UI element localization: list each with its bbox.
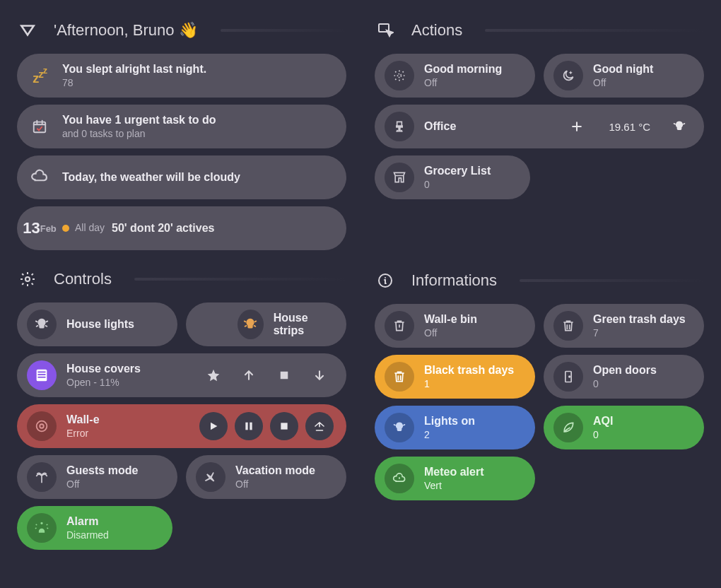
office-plus-button[interactable] (565, 114, 589, 139)
walle-card[interactable]: Wall-e Error (17, 404, 346, 448)
walle-bin-card[interactable]: Wall-e bin Off (375, 304, 535, 348)
good-morning-state: Off (424, 77, 502, 90)
office-card[interactable]: Office 19.61 °C (375, 105, 704, 148)
walle-stop-button[interactable] (270, 412, 298, 440)
grocery-list-card[interactable]: Grocery List 0 (375, 155, 530, 199)
store-icon (385, 163, 414, 192)
cover-stop-button[interactable] (270, 361, 298, 389)
walle-state: Error (66, 428, 100, 440)
event-dot-icon (62, 225, 69, 232)
gear-icon (17, 269, 38, 290)
sleep-card[interactable]: zzz You slept alright last night. 78 (17, 54, 346, 98)
walle-bin-label: Wall-e bin (424, 312, 477, 327)
meteo-label: Meteo alert (424, 465, 483, 479)
leaf-icon (553, 413, 583, 442)
cover-star-button[interactable] (199, 361, 228, 389)
house-lights-button[interactable]: House lights (17, 302, 177, 346)
green-trash-label: Green trash days (593, 312, 686, 327)
informations-header: Informations (375, 270, 704, 291)
event-title: 50' dont 20' actives (112, 221, 214, 235)
grocery-value: 0 (424, 179, 491, 192)
svg-rect-5 (38, 377, 46, 378)
palm-tree-icon (27, 462, 57, 492)
moon-icon (553, 61, 583, 90)
task-icon (27, 112, 52, 141)
informations-title: Informations (411, 271, 497, 290)
open-doors-card[interactable]: Open doors 0 (544, 355, 704, 399)
walle-pause-button[interactable] (235, 412, 263, 440)
cover-down-button[interactable] (305, 361, 334, 389)
lights-on-value: 2 (424, 429, 475, 442)
svg-point-8 (40, 424, 44, 428)
house-lights-label: House lights (66, 318, 134, 331)
weather-icon (27, 163, 52, 192)
desk-chair-icon (385, 112, 414, 141)
bulb-icon (27, 310, 57, 339)
green-trash-value: 7 (593, 327, 686, 340)
alarm-card[interactable]: Alarm Disarmed (17, 506, 172, 550)
svg-rect-0 (34, 122, 46, 133)
door-icon (553, 362, 583, 392)
tasks-sub: and 0 tasks to plan (62, 128, 216, 141)
covers-state: Open - 11% (66, 377, 141, 389)
black-trash-label: Black trash days (424, 363, 514, 377)
sleep-title: You slept alright last night. (62, 62, 206, 76)
bulb-group-icon (238, 310, 264, 339)
trash-alert-icon (385, 311, 414, 341)
good-morning-button[interactable]: Good morning Off (375, 54, 535, 98)
trash-icon (385, 362, 414, 392)
tasks-card[interactable]: You have 1 urgent task to do and 0 tasks… (17, 105, 346, 148)
svg-rect-6 (281, 372, 288, 380)
weather-title: Today, the weather will be cloudy (62, 170, 240, 184)
actions-header: Actions (375, 20, 704, 41)
green-trash-card[interactable]: Green trash days 7 (544, 304, 704, 348)
lights-on-card[interactable]: Lights on 2 (375, 406, 535, 449)
meteo-alert-card[interactable]: Meteo alert Vert (375, 457, 535, 500)
house-covers-card[interactable]: House covers Open - 11% (17, 353, 346, 397)
svg-point-7 (37, 421, 47, 432)
good-night-label: Good night (593, 62, 653, 76)
svg-point-16 (569, 376, 570, 377)
sleep-value: 78 (62, 77, 206, 90)
cover-up-button[interactable] (235, 361, 263, 389)
controls-header: Controls (17, 269, 346, 290)
lights-on-label: Lights on (424, 414, 475, 428)
good-night-button[interactable]: Good night Off (544, 54, 704, 98)
aqi-value: 0 (593, 429, 613, 442)
date-card[interactable]: 13 Feb All day 50' dont 20' actives (17, 206, 346, 250)
walle-bin-value: Off (424, 327, 477, 340)
walle-label: Wall-e (66, 413, 100, 427)
house-strips-button[interactable]: House strips (186, 302, 346, 346)
tasks-title: You have 1 urgent task to do (62, 113, 216, 127)
walle-play-button[interactable] (199, 412, 228, 440)
sunrise-icon (385, 61, 414, 90)
open-doors-label: Open doors (593, 363, 657, 377)
good-night-state: Off (593, 77, 653, 90)
vacation-mode-button[interactable]: Vacation mode Off (186, 455, 346, 499)
covers-label: House covers (66, 362, 141, 376)
greeting-title: 'Afternoon, Bruno 👋 (54, 21, 198, 40)
greeting-header: 'Afternoon, Bruno 👋 (17, 20, 346, 41)
cloud-alert-icon (385, 464, 414, 493)
sleep-icon: zzz (27, 61, 52, 90)
actions-title: Actions (411, 21, 462, 40)
office-light-button[interactable] (667, 114, 691, 139)
svg-point-1 (25, 277, 30, 281)
black-trash-card[interactable]: Black trash days 1 (375, 355, 535, 399)
open-doors-value: 0 (593, 378, 657, 391)
svg-rect-4 (38, 374, 46, 375)
meteo-value: Vert (424, 480, 483, 493)
info-icon (375, 270, 396, 291)
svg-rect-3 (38, 372, 46, 373)
walle-home-button[interactable] (305, 412, 334, 440)
greeting-rule (221, 29, 346, 32)
svg-point-13 (398, 74, 401, 78)
trash-icon (553, 311, 583, 341)
bulb-group-icon (385, 413, 414, 442)
date-icon: 13 Feb (27, 213, 52, 243)
house-strips-label: House strips (274, 312, 334, 337)
weather-card[interactable]: Today, the weather will be cloudy (17, 155, 346, 199)
guests-mode-button[interactable]: Guests mode Off (17, 455, 177, 499)
svg-rect-9 (245, 423, 247, 430)
aqi-card[interactable]: AQI 0 (544, 406, 704, 449)
